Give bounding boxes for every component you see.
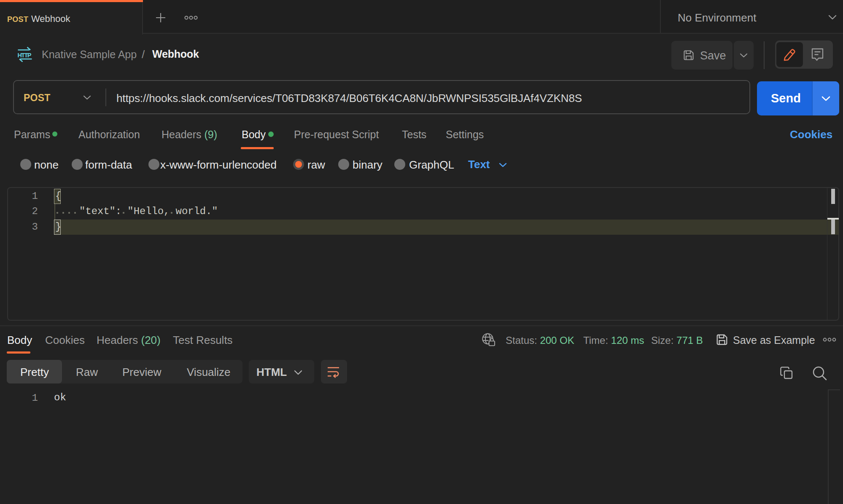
svg-text:HTTP: HTTP bbox=[18, 52, 32, 59]
